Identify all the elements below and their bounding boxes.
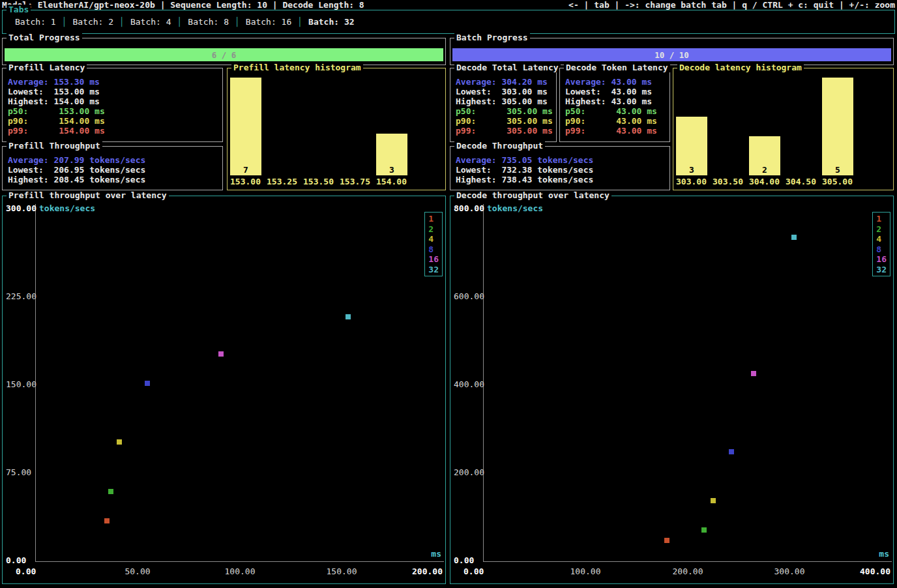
stat-row: p50:305.00 ms: [456, 106, 553, 116]
stat-label: Highest:: [456, 175, 501, 184]
histogram-x-label: 153.75: [340, 177, 370, 186]
histogram-bar-count: 5: [822, 165, 853, 175]
decode-throughput-title: Decode Throughput: [454, 141, 545, 151]
tab-batch-32[interactable]: Batch: 32: [302, 17, 360, 27]
scatter-point-batch-2: [701, 527, 707, 533]
prefill-latency-panel: Prefill Latency Average:153.30 msLowest:…: [2, 68, 223, 142]
stat-label: p99:: [8, 126, 59, 136]
stat-label: p90:: [8, 116, 59, 126]
x-unit-label: ms: [879, 549, 889, 559]
total-progress-title: Total Progress: [7, 33, 82, 42]
stat-row: p99:305.00 ms: [456, 126, 553, 136]
scatter-point-batch-32: [346, 314, 351, 319]
y-unit-label: tokens/secs: [487, 203, 543, 213]
prefill-throughput-stats: Average:207.99 tokens/secsLowest:206.95 …: [8, 155, 220, 184]
x-axis-line: [35, 561, 444, 562]
x-tick-label: 400.00: [860, 566, 890, 576]
stat-value: 304.20 ms: [501, 77, 547, 87]
stat-row: Lowest:153.00 ms: [8, 87, 220, 96]
scatter-point-batch-2: [108, 489, 113, 494]
stat-value: 305.00 ms: [507, 126, 552, 136]
legend-entry-batch-2: 2: [876, 224, 887, 235]
batch-size-legend: 12481632: [872, 212, 890, 276]
total-progress-fill: 6 / 6: [5, 48, 443, 61]
stat-label: p90:: [565, 116, 616, 126]
model-info: Model: EleutherAI/gpt-neox-20b | Sequenc…: [2, 0, 364, 10]
stat-value: 43.00 ms: [611, 96, 652, 106]
stat-value: 43.00 ms: [616, 116, 657, 126]
x-tick-label: 100.00: [225, 566, 256, 576]
histogram-x-label: 153.25: [267, 177, 297, 186]
stat-value: 305.00 ms: [507, 116, 552, 126]
y-tick-label: 150.00: [6, 379, 37, 389]
decode-throughput-panel: Decode Throughput Average:735.05 tokens/…: [450, 146, 670, 190]
stat-value: 154.00 ms: [53, 96, 99, 106]
stat-row: Highest:154.00 ms: [8, 96, 220, 106]
stat-row: p99:43.00 ms: [565, 126, 667, 136]
legend-entry-batch-16: 16: [428, 254, 439, 265]
total-progress-value: 6 / 6: [212, 50, 237, 60]
stat-row: Highest:43.00 ms: [565, 96, 667, 106]
y-tick-label: 0.00: [6, 555, 26, 565]
stat-label: p50:: [456, 106, 507, 116]
legend-entry-batch-4: 4: [876, 234, 887, 244]
stat-label: p99:: [565, 126, 616, 136]
prefill-scatter-plot: Prefill throughput over latency 300.0022…: [2, 196, 446, 584]
stat-row: Lowest:43.00 ms: [565, 87, 667, 96]
tab-divider: │: [297, 17, 302, 27]
histogram-bar-count: 3: [376, 165, 407, 175]
stat-label: p99:: [456, 126, 507, 136]
y-tick-label: 400.00: [454, 379, 484, 389]
tab-batch-4[interactable]: Batch: 4: [125, 17, 177, 27]
tab-divider: │: [235, 17, 240, 27]
decode-scatter-title: Decode throughput over latency: [454, 190, 611, 200]
total-progress-box: Total Progress 6 / 6: [2, 38, 446, 65]
tab-batch-1[interactable]: Batch: 1: [9, 17, 62, 27]
stat-value: 43.00 ms: [616, 126, 657, 136]
x-tick-label: 0.00: [463, 566, 484, 576]
stat-label: Highest:: [565, 96, 611, 106]
decode-total-latency-title: Decode Total Latency: [454, 63, 561, 72]
prefill-latency-title: Prefill Latency: [7, 63, 87, 72]
histogram-bar: [230, 78, 261, 175]
histogram-bar-count: 3: [676, 165, 707, 175]
tab-batch-2[interactable]: Batch: 2: [66, 17, 119, 27]
prefill-histogram-title: Prefill latency histogram: [231, 63, 363, 72]
stat-row: Highest:305.00 ms: [456, 96, 553, 106]
stat-label: Highest:: [8, 175, 53, 184]
x-unit-label: ms: [431, 549, 441, 559]
stat-label: Lowest:: [8, 165, 53, 175]
batch-progress-value: 10 / 10: [654, 50, 689, 60]
prefill-latency-histogram: Prefill latency histogram 7153.00153.251…: [227, 68, 446, 190]
legend-entry-batch-16: 16: [876, 254, 887, 265]
batch-progress-box: Batch Progress 10 / 10: [450, 38, 894, 65]
stat-row: Average:304.20 ms: [456, 77, 553, 87]
batch-progress-bar: 10 / 10: [452, 48, 891, 61]
stat-value: 303.00 ms: [501, 87, 547, 96]
histogram-bar-count: 7: [230, 165, 261, 175]
legend-entry-batch-1: 1: [428, 214, 439, 224]
stat-label: Highest:: [8, 96, 53, 106]
x-tick-label: 50.00: [125, 566, 150, 576]
decode-histogram-title: Decode latency histogram: [677, 63, 804, 72]
decode-total-latency-stats: Average:304.20 msLowest:303.00 msHighest…: [456, 77, 553, 136]
y-tick-label: 300.00: [6, 203, 37, 213]
stat-row: p90:43.00 ms: [565, 116, 667, 126]
prefill-throughput-panel: Prefill Throughput Average:207.99 tokens…: [2, 146, 223, 190]
scatter-point-batch-4: [711, 498, 716, 503]
stat-label: Average:: [456, 155, 501, 165]
y-tick-label: 200.00: [454, 467, 484, 477]
histogram-x-label: 304.00: [749, 177, 780, 186]
decode-total-latency-panel: Decode Total Latency Average:304.20 msLo…: [450, 68, 557, 142]
scatter-point-batch-16: [218, 351, 224, 357]
stat-row: Lowest:732.38 tokens/secs: [456, 165, 667, 175]
stat-value: 153.00 ms: [53, 87, 99, 96]
stat-row: p50:153.00 ms: [8, 106, 220, 116]
stat-row: p90:154.00 ms: [8, 116, 220, 126]
decode-latency-histogram: Decode latency histogram 3303.00303.5023…: [673, 68, 894, 190]
keybinding-help: <- | tab | ->: change batch tab | q / CT…: [568, 0, 895, 10]
tab-batch-8[interactable]: Batch: 8: [182, 17, 235, 27]
histogram-x-label: 153.00: [230, 177, 261, 186]
tab-batch-16[interactable]: Batch: 16: [240, 17, 297, 27]
histogram-x-label: 303.50: [713, 177, 743, 186]
